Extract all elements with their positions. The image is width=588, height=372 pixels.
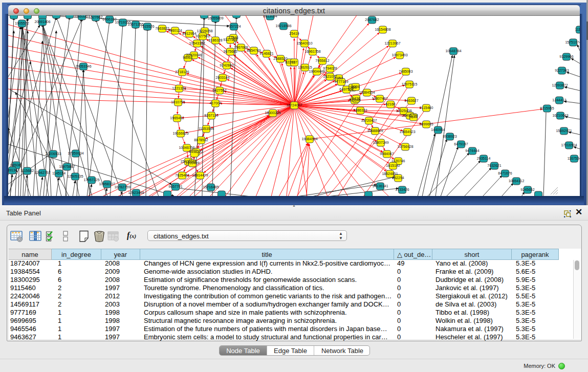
svg-text:16961758: 16961758	[304, 50, 320, 53]
svg-text:7357224: 7357224	[227, 25, 241, 28]
svg-text:7663822: 7663822	[155, 27, 169, 30]
svg-text:19384554: 19384554	[359, 91, 375, 94]
svg-text:9844: 9844	[409, 115, 418, 119]
svg-text:7955812: 7955812	[315, 59, 329, 62]
svg-text:1965492: 1965492	[170, 116, 184, 120]
svg-text:2967608: 2967608	[234, 46, 248, 49]
svg-text:8938923: 8938923	[443, 135, 456, 138]
svg-text:10543382: 10543382	[189, 41, 205, 45]
svg-text:29053346: 29053346	[75, 64, 91, 68]
svg-text:20206533: 20206533	[45, 152, 61, 156]
svg-text:13226058: 13226058	[197, 29, 212, 33]
svg-text:2803144: 2803144	[215, 76, 229, 79]
svg-text:9084067: 9084067	[380, 152, 394, 156]
svg-text:15640910: 15640910	[296, 41, 312, 45]
svg-text:8206: 8206	[352, 85, 360, 89]
svg-text:12923448: 12923448	[128, 191, 144, 194]
svg-text:10688609: 10688609	[367, 129, 383, 133]
svg-text:7485003: 7485003	[399, 70, 412, 73]
svg-text:62160: 62160	[385, 102, 396, 106]
svg-text:16914479: 16914479	[192, 173, 208, 177]
svg-text:3675685: 3675685	[223, 50, 237, 53]
svg-text:9227343: 9227343	[555, 69, 569, 72]
svg-text:9960124: 9960124	[168, 29, 182, 32]
svg-text:12942757: 12942757	[34, 171, 50, 174]
svg-text:9657791: 9657791	[168, 185, 182, 188]
svg-text:20691406: 20691406	[34, 20, 50, 24]
svg-text:7625402: 7625402	[175, 173, 189, 177]
svg-text:8186328: 8186328	[208, 38, 222, 42]
svg-text:2588520: 2588520	[273, 57, 287, 60]
svg-text:18724007: 18724007	[286, 103, 302, 107]
svg-text:1221338: 1221338	[172, 86, 186, 90]
svg-text:15720407: 15720407	[361, 119, 377, 122]
svg-text:98961: 98961	[183, 56, 193, 59]
svg-text:1440954: 1440954	[431, 128, 445, 132]
svg-text:6479197: 6479197	[454, 142, 468, 146]
svg-text:9245652: 9245652	[520, 188, 534, 191]
svg-text:16782759: 16782759	[114, 185, 130, 189]
svg-text:8813054: 8813054	[263, 15, 277, 18]
svg-text:12093872: 12093872	[552, 83, 568, 87]
svg-text:9146821: 9146821	[259, 52, 273, 55]
svg-text:10958107: 10958107	[99, 182, 115, 186]
svg-text:19166825: 19166825	[172, 132, 188, 135]
svg-text:19654923: 19654923	[399, 130, 415, 134]
svg-text:9327508: 9327508	[223, 38, 237, 41]
svg-text:1244413: 1244413	[552, 98, 566, 102]
svg-text:10025438: 10025438	[396, 109, 411, 113]
svg-text:1362615: 1362615	[298, 65, 312, 69]
svg-text:9329966: 9329966	[559, 55, 573, 58]
svg-text:2935114: 2935114	[477, 157, 491, 160]
svg-text:8878532: 8878532	[194, 138, 208, 142]
svg-text:9463627: 9463627	[404, 99, 418, 102]
svg-text:16055809: 16055809	[207, 16, 223, 20]
svg-text:12975115: 12975115	[402, 82, 418, 86]
svg-text:17957225: 17957225	[83, 178, 99, 182]
svg-text:15807249: 15807249	[373, 141, 388, 144]
svg-text:9436: 9436	[352, 97, 360, 100]
svg-text:16154808: 16154808	[375, 28, 390, 31]
svg-text:937: 937	[291, 60, 297, 64]
svg-text:17016504: 17016504	[561, 143, 577, 147]
svg-text:18524851: 18524851	[382, 172, 398, 176]
svg-text:1453: 1453	[335, 76, 343, 80]
svg-text:7515526: 7515526	[140, 25, 154, 28]
svg-text:8267130: 8267130	[204, 114, 218, 117]
svg-text:1145114: 1145114	[52, 171, 66, 175]
svg-text:19384554: 19384554	[301, 137, 317, 141]
svg-text:9899695: 9899695	[419, 122, 433, 126]
svg-text:10973493: 10973493	[391, 53, 407, 57]
svg-text:12505135: 12505135	[67, 174, 83, 178]
svg-text:1167534: 1167534	[568, 157, 580, 160]
svg-text:15692971: 15692971	[556, 129, 572, 133]
svg-text:10975867: 10975867	[59, 165, 75, 168]
svg-text:11172: 11172	[575, 28, 580, 31]
svg-text:1733426: 1733426	[395, 188, 409, 191]
svg-text:8427552: 8427552	[212, 89, 226, 92]
svg-text:8854749: 8854749	[247, 49, 260, 52]
svg-text:252254: 252254	[392, 176, 404, 180]
svg-text:417004: 417004	[209, 101, 221, 105]
svg-text:7632621: 7632621	[487, 164, 501, 167]
svg-text:25419: 25419	[289, 32, 299, 35]
svg-text:9327503: 9327503	[195, 34, 209, 38]
svg-text:10653267: 10653267	[74, 15, 90, 18]
svg-text:16210643: 16210643	[552, 114, 568, 117]
svg-text:14136141: 14136141	[372, 184, 388, 188]
svg-text:10648784: 10648784	[445, 49, 461, 53]
svg-text:1527602: 1527602	[89, 15, 102, 19]
svg-text:9777169: 9777169	[334, 80, 348, 83]
svg-text:1905572: 1905572	[15, 21, 29, 25]
svg-text:11353594: 11353594	[199, 127, 214, 130]
svg-text:1115682: 1115682	[20, 169, 34, 172]
svg-text:10756928: 10756928	[397, 145, 413, 148]
svg-text:985081: 985081	[10, 163, 22, 167]
svg-text:7386322: 7386322	[353, 108, 367, 112]
svg-text:39134: 39134	[8, 168, 17, 172]
svg-text:9115460: 9115460	[420, 106, 433, 110]
svg-text:1615192: 1615192	[386, 164, 400, 167]
svg-text:15751074: 15751074	[565, 40, 580, 44]
svg-text:12213967: 12213967	[384, 41, 400, 45]
svg-text:9794028: 9794028	[323, 67, 337, 70]
